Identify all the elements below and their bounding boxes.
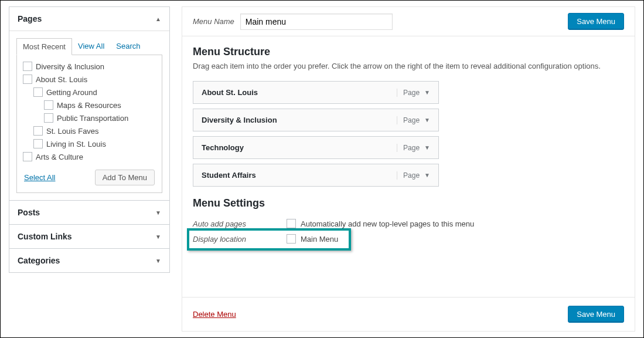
caret-down-icon[interactable]: ▼ [424,89,430,96]
caret-down-icon[interactable]: ▼ [424,172,430,178]
pages-tab-panel: Diversity & InclusionAbout St. LouisGett… [16,55,162,193]
caret-down-icon[interactable]: ▼ [424,117,430,123]
page-tree-item: Arts & Culture [23,150,156,163]
custom-links-title: Custom Links [18,232,72,241]
page-tree-item: Maps & Resources [23,99,156,111]
page-checkbox[interactable] [23,62,32,71]
caret-down-icon: ▼ [155,234,161,240]
display-location-row: Display location Main Menu [193,231,624,247]
page-checkbox[interactable] [44,113,53,123]
page-tree-item: St. Louis Faves [23,124,156,137]
page-tree-label: Diversity & Inclusion [36,62,104,71]
delete-menu-link[interactable]: Delete Menu [193,310,236,319]
categories-accordion[interactable]: Categories ▼ [9,249,170,273]
menu-item-title: Diversity & Inclusion [202,116,277,124]
posts-accordion[interactable]: Posts ▼ [9,201,170,225]
pages-title: Pages [18,14,42,23]
auto-add-desc: Automatically add new top-level pages to… [301,219,474,228]
add-to-menu-button[interactable]: Add To Menu [95,170,155,185]
auto-add-checkbox[interactable] [287,219,296,228]
page-tree-label: Public Transportation [57,114,128,123]
menu-structure-desc: Drag each item into the order you prefer… [193,62,624,70]
caret-down-icon: ▼ [155,258,161,264]
menu-name-input[interactable] [240,13,393,30]
page-tree-item: Getting Around [23,86,156,99]
menu-item[interactable]: Student AffairsPage▼ [193,164,439,187]
menu-item[interactable]: TechnologyPage▼ [193,136,439,159]
menu-structure-title: Menu Structure [193,46,624,58]
menu-item-title: Student Affairs [202,171,256,180]
pages-tabs: Most Recent View All Search [16,38,162,55]
tab-most-recent[interactable]: Most Recent [16,38,72,55]
menu-item-type: Page [403,89,420,97]
display-location-option: Main Menu [301,235,338,244]
auto-add-label: Auto add pages [193,219,287,228]
menu-item[interactable]: About St. LouisPage▼ [193,81,439,104]
menu-item-title: About St. Louis [202,88,258,97]
auto-add-row: Auto add pages Automatically add new top… [193,217,624,231]
caret-down-icon: ▼ [155,209,161,216]
page-tree-item: Diversity & Inclusion [23,60,156,73]
page-tree-label: About St. Louis [36,75,87,84]
page-tree-item: About St. Louis [23,73,156,86]
pages-accordion-header[interactable]: Pages ▲ [9,7,169,31]
save-menu-button-bottom[interactable]: Save Menu [568,306,624,323]
page-checkbox[interactable] [33,139,43,148]
custom-links-accordion[interactable]: Custom Links ▼ [9,225,170,249]
menu-name-label: Menu Name [193,17,234,26]
display-location-label: Display location [193,235,287,244]
pages-accordion: Pages ▲ Most Recent View All Search Dive… [9,6,170,201]
caret-down-icon[interactable]: ▼ [424,144,430,151]
page-tree-item: Public Transportation [23,111,156,124]
page-tree-label: Living in St. Louis [46,140,106,148]
menu-header: Menu Name Save Menu [182,7,635,36]
page-tree-label: St. Louis Faves [46,127,99,136]
page-tree-label: Getting Around [46,88,97,97]
page-checkbox[interactable] [44,100,53,110]
page-checkbox[interactable] [23,152,32,161]
page-checkbox[interactable] [33,87,43,97]
caret-up-icon: ▲ [155,16,161,22]
tab-search[interactable]: Search [110,38,146,55]
page-checkbox[interactable] [33,126,43,136]
page-checkbox[interactable] [23,75,32,84]
menu-settings-title: Menu Settings [193,197,624,209]
categories-title: Categories [18,256,60,265]
save-menu-button-top[interactable]: Save Menu [568,13,624,30]
page-tree-label: Arts & Culture [36,153,83,161]
menu-item-type: Page [403,116,420,124]
menu-item-title: Technology [202,143,244,152]
page-tree-label: Maps & Resources [57,101,121,110]
page-tree-item: Living in St. Louis [23,137,156,150]
menu-item[interactable]: Diversity & InclusionPage▼ [193,109,439,131]
menu-item-type: Page [403,171,420,180]
posts-title: Posts [18,208,40,217]
display-location-checkbox[interactable] [287,234,296,244]
tab-view-all[interactable]: View All [72,38,110,55]
menu-item-type: Page [403,144,420,152]
menu-items-list: About St. LouisPage▼Diversity & Inclusio… [193,81,439,187]
select-all-link[interactable]: Select All [24,173,55,182]
pages-tree: Diversity & InclusionAbout St. LouisGett… [23,60,156,163]
